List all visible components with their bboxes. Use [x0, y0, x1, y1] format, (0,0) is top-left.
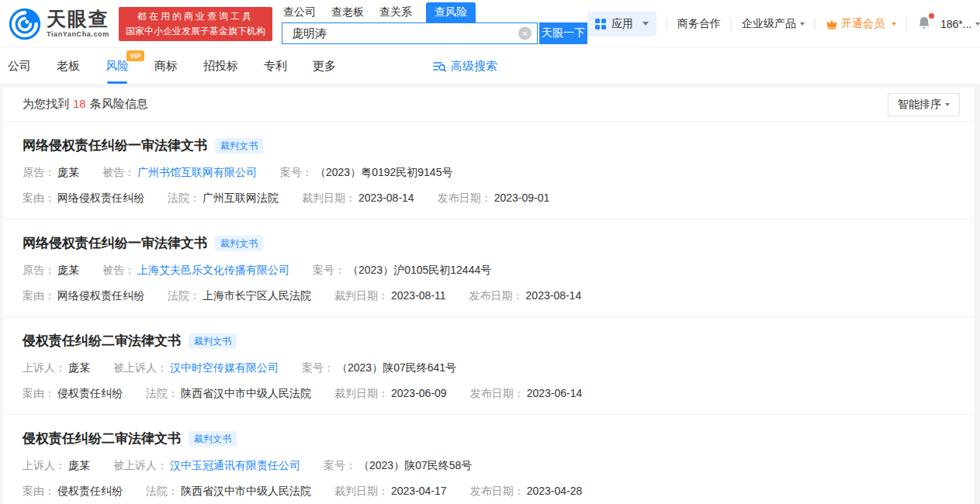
nav-tab-company[interactable]: 公司: [8, 48, 31, 84]
account-menu[interactable]: 186*...: [940, 18, 980, 30]
divider: [667, 19, 667, 29]
field-label: 发布日期：: [469, 289, 524, 303]
field-pair: 发布日期：2023-09-01: [438, 192, 550, 205]
field-label: 上诉人：: [23, 361, 66, 375]
advanced-search-icon: [433, 60, 446, 72]
field-value: （2023）陕07民终58号: [358, 459, 472, 473]
nav-tab-bidding[interactable]: 招投标: [203, 48, 238, 84]
smart-sort-button[interactable]: 智能排序: [888, 93, 960, 116]
search-tab-company[interactable]: 查公司: [282, 2, 317, 22]
summary-prefix: 为您找到: [23, 97, 69, 110]
field-label: 案号：: [313, 264, 345, 278]
field-pair: 裁判日期：2023-06-09: [334, 387, 447, 401]
result-details: 原告：庞某被告：上海艾夫邑乐文化传播有限公司案号：（2023）沪0105民初12…: [23, 264, 954, 303]
search-tabs: 查公司 查老板 查关系 查风险: [282, 3, 587, 22]
field-value: 2023-09-01: [494, 192, 550, 205]
tianyancha-logo[interactable]: 天眼查 TianYanCha.com: [8, 7, 109, 41]
enterprise-products-menu[interactable]: 企业级产品: [742, 17, 805, 31]
field-value: 2023-08-11: [391, 289, 446, 303]
notification-bell-icon[interactable]: [917, 16, 931, 33]
search-tab-relation[interactable]: 查关系: [378, 2, 414, 22]
nav-tab-patent[interactable]: 专利: [264, 48, 287, 84]
company-link[interactable]: 广州书馆互联网有限公司: [137, 166, 257, 180]
field-pair: 法院：广州互联网法院: [168, 192, 279, 205]
field-label: 法院：: [146, 387, 178, 401]
results-list: 网络侵权责任纠纷一审法律文书 裁判文书 原告：庞某被告：广州书馆互联网有限公司案…: [3, 122, 974, 504]
category-nav: 公司 老板 风险 VIP 商标 招投标 专利 更多 高级搜索: [0, 48, 980, 84]
header-menu: 应用 商务合作 企业级产品 开通会员: [587, 12, 980, 36]
clear-input-icon[interactable]: ✕: [518, 27, 532, 40]
field-label: 案由：: [23, 289, 55, 303]
field-label: 案由：: [23, 485, 55, 499]
field-label: 被告：: [102, 166, 135, 180]
field-pair: 上诉人：庞某: [23, 361, 90, 375]
field-pair: 被告：上海艾夫邑乐文化传播有限公司: [102, 264, 289, 278]
vip-badge: VIP: [126, 50, 144, 61]
field-label: 法院：: [168, 192, 200, 205]
open-membership-menu[interactable]: 开通会员: [826, 17, 896, 31]
field-value: （2023）陕07民终641号: [337, 361, 456, 375]
result-detail-row: 案由：网络侵权责任纠纷法院：广州互联网法院裁判日期：2023-08-14发布日期…: [23, 192, 954, 205]
result-item: 侵权责任纠纷二审法律文书 裁判文书 上诉人：庞某被上诉人：汉中时空传媒有限公司案…: [3, 317, 974, 415]
account-phone: 186*...: [940, 18, 971, 30]
field-pair: 案号：（2023）陕07民终641号: [302, 361, 456, 375]
result-detail-row: 原告：庞某被告：广州书馆互联网有限公司案号：（2023）粤0192民初9145号: [23, 166, 954, 180]
field-pair: 案号：（2023）陕07民终58号: [324, 459, 472, 473]
company-link[interactable]: 汉中玉冠通讯有限责任公司: [170, 459, 300, 473]
field-value: 陕西省汉中市中级人民法院: [181, 485, 311, 499]
search-tab-boss[interactable]: 查老板: [330, 2, 365, 22]
nav-tab-risk-label: 风险: [106, 59, 129, 72]
company-link[interactable]: 上海艾夫邑乐文化传播有限公司: [137, 264, 289, 278]
nav-tab-boss[interactable]: 老板: [57, 48, 80, 84]
field-label: 裁判日期：: [334, 485, 389, 499]
field-label: 案由：: [23, 387, 55, 401]
field-pair: 法院：陕西省汉中市中级人民法院: [146, 387, 311, 401]
result-title-link[interactable]: 网络侵权责任纠纷一审法律文书: [23, 136, 207, 154]
nav-tab-more[interactable]: 更多: [313, 48, 336, 84]
field-pair: 上诉人：庞某: [23, 459, 90, 473]
field-pair: 案由：网络侵权责任纠纷: [23, 289, 144, 303]
search-input[interactable]: [282, 22, 538, 44]
chevron-down-icon: [892, 22, 896, 26]
result-detail-row: 上诉人：庞某被上诉人：汉中玉冠通讯有限责任公司案号：（2023）陕07民终58号: [23, 459, 954, 473]
result-title-link[interactable]: 网络侵权责任纠纷一审法律文书: [23, 234, 207, 252]
apps-menu[interactable]: 应用: [587, 12, 656, 36]
field-label: 被上诉人：: [113, 361, 168, 375]
field-value: 庞某: [57, 264, 79, 278]
field-label: 裁判日期：: [302, 192, 356, 205]
search-button[interactable]: 天眼一下: [539, 22, 587, 44]
business-cooperation-link[interactable]: 商务合作: [677, 17, 721, 31]
field-value: 广州互联网法院: [203, 192, 279, 205]
judgment-document-badge: 裁判文书: [215, 138, 263, 154]
nav-tab-risk[interactable]: 风险 VIP: [106, 48, 129, 84]
field-value: 庞某: [68, 459, 90, 473]
advanced-search-label: 高级搜索: [451, 59, 497, 74]
result-title-row: 侵权责任纠纷二审法律文书 裁判文书: [23, 332, 954, 350]
chevron-down-icon: [642, 22, 649, 26]
result-title-link[interactable]: 侵权责任纠纷二审法律文书: [23, 332, 181, 350]
promo-banner: 都在用的商业查询工具 国家中小企业发展子基金旗下机构: [119, 7, 272, 41]
smart-sort-label: 智能排序: [898, 98, 941, 112]
divider: [906, 19, 907, 29]
field-value: 网络侵权责任纠纷: [57, 289, 144, 303]
company-link[interactable]: 汉中时空传媒有限公司: [170, 361, 279, 375]
field-label: 发布日期：: [470, 387, 525, 401]
header: 天眼查 TianYanCha.com 都在用的商业查询工具 国家中小企业发展子基…: [0, 0, 980, 48]
field-pair: 原告：庞某: [23, 166, 79, 180]
nav-tab-trademark[interactable]: 商标: [154, 48, 178, 84]
field-value: 2023-06-14: [527, 387, 583, 401]
search-tab-risk[interactable]: 查风险: [426, 2, 476, 22]
advanced-search-button[interactable]: 高级搜索: [433, 59, 497, 74]
field-pair: 法院：上海市长宁区人民法院: [168, 289, 311, 303]
field-value: （2023）粤0192民初9145号: [315, 166, 452, 180]
apps-grid-icon: [595, 19, 606, 29]
field-value: 侵权责任纠纷: [57, 387, 123, 401]
results-panel: 为您找到18条风险信息 智能排序 网络侵权责任纠纷一审法律文书 裁判文书 原告：…: [3, 88, 974, 504]
field-value: 上海市长宁区人民法院: [203, 289, 311, 303]
result-detail-row: 案由：侵权责任纠纷法院：陕西省汉中市中级人民法院裁判日期：2023-06-09发…: [23, 387, 954, 401]
result-title-link[interactable]: 侵权责任纠纷二审法律文书: [23, 430, 181, 447]
field-label: 裁判日期：: [334, 387, 389, 401]
field-label: 发布日期：: [438, 192, 492, 205]
apps-label: 应用: [611, 17, 633, 31]
field-pair: 发布日期：2023-04-28: [470, 485, 583, 499]
